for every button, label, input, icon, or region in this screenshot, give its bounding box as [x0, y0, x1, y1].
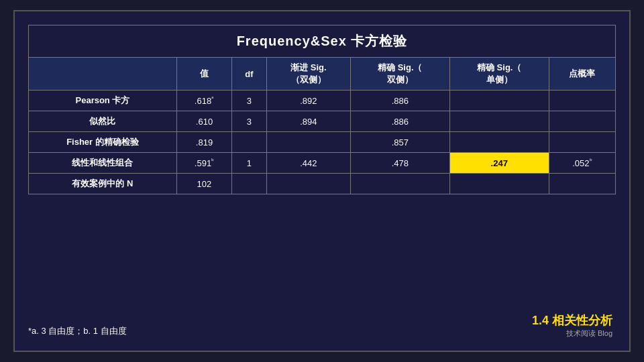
table-cell	[266, 132, 350, 153]
table-row: 有效案例中的 N102	[29, 174, 616, 194]
table-cell: .442	[266, 153, 350, 174]
table-cell	[350, 174, 449, 194]
table-cell: .886	[350, 111, 449, 132]
title-row: Frequency&Sex 卡方检验	[29, 25, 616, 58]
col-header-point-prob: 点概率	[549, 58, 615, 90]
table-title: Frequency&Sex 卡方检验	[29, 25, 616, 58]
chi-square-table: Frequency&Sex 卡方检验 值 df 渐进 Sig.（双侧） 精确 S…	[28, 25, 616, 194]
table-container: Frequency&Sex 卡方检验 值 df 渐进 Sig.（双侧） 精确 S…	[28, 25, 616, 315]
row-label: 线性和线性组合	[29, 153, 177, 174]
watermark: 1.4 相关性分析 技术阅读 Blog	[532, 312, 612, 339]
row-label: 似然比	[29, 111, 177, 132]
row-label: Pearson 卡方	[29, 90, 177, 111]
table-cell	[449, 111, 549, 132]
table-cell	[449, 174, 549, 194]
table-cell: .052ᵇ	[549, 153, 615, 174]
table-cell: .610	[176, 111, 231, 132]
col-header-exact-sig-one: 精确 Sig.（单侧）	[449, 58, 549, 90]
table-cell: .618ᵃ	[176, 90, 231, 111]
slide: Frequency&Sex 卡方检验 值 df 渐进 Sig.（双侧） 精确 S…	[13, 10, 631, 352]
table-cell: .591ᵇ	[176, 153, 231, 174]
table-cell	[266, 174, 350, 194]
table-cell: .478	[350, 153, 449, 174]
table-cell	[232, 132, 267, 153]
table-cell: .894	[266, 111, 350, 132]
table-cell	[232, 174, 267, 194]
table-row: Pearson 卡方.618ᵃ3.892.886	[29, 90, 616, 111]
row-label: 有效案例中的 N	[29, 174, 177, 194]
col-header-value: 值	[176, 58, 231, 90]
header-row: 值 df 渐进 Sig.（双侧） 精确 Sig.（双侧） 精确 Sig.（单侧）…	[29, 58, 616, 90]
table-cell	[549, 174, 615, 194]
table-cell: .247	[449, 153, 549, 174]
row-label: Fisher 的精确检验	[29, 132, 177, 153]
table-cell	[549, 132, 615, 153]
table-cell: .819	[176, 132, 231, 153]
table-row: Fisher 的精确检验.819.857	[29, 132, 616, 153]
table-cell: .892	[266, 90, 350, 111]
table-cell: 1	[232, 153, 267, 174]
watermark-main: 1.4 相关性分析	[532, 312, 612, 328]
table-row: 似然比.6103.894.886	[29, 111, 616, 132]
table-row: 线性和线性组合.591ᵇ1.442.478.247.052ᵇ	[29, 153, 616, 174]
col-header-df: df	[232, 58, 267, 90]
col-header-empty	[29, 58, 177, 90]
table-cell	[449, 132, 549, 153]
table-cell: .857	[350, 132, 449, 153]
table-cell: .886	[350, 90, 449, 111]
table-cell: 3	[232, 90, 267, 111]
table-cell	[549, 111, 615, 132]
col-header-asym-sig: 渐进 Sig.（双侧）	[266, 58, 350, 90]
table-cell	[449, 90, 549, 111]
footnote: *a. 3 自由度；b. 1 自由度	[28, 322, 616, 337]
col-header-exact-sig-two: 精确 Sig.（双侧）	[350, 58, 449, 90]
watermark-sub: 技术阅读 Blog	[532, 328, 612, 339]
table-cell: 3	[232, 111, 267, 132]
table-cell	[549, 90, 615, 111]
table-cell: 102	[176, 174, 231, 194]
